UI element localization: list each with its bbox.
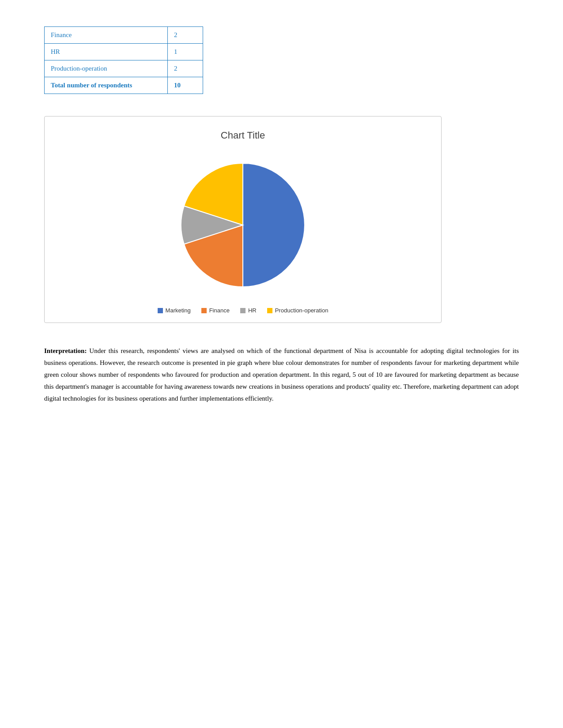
interpretation-text: Interpretation: Under this research, res… <box>44 345 519 405</box>
legend-color-box <box>240 308 246 313</box>
table-cell-label: Total number of respondents <box>45 77 168 94</box>
table-cell-label: Production-operation <box>45 60 168 77</box>
legend-item: Finance <box>201 307 230 314</box>
table-cell-value: 2 <box>168 60 203 77</box>
legend-item: HR <box>240 307 257 314</box>
table-cell-label: Finance <box>45 27 168 44</box>
legend-color-box <box>158 308 163 313</box>
legend-item: Marketing <box>158 307 191 314</box>
table-cell-value: 2 <box>168 27 203 44</box>
chart-legend: MarketingFinanceHRProduction-operation <box>158 307 329 314</box>
legend-label: Production-operation <box>275 307 329 314</box>
chart-container: Chart Title MarketingFinanceHRProduction… <box>44 116 442 323</box>
legend-label: HR <box>248 307 257 314</box>
interpretation-bold: Interpretation: <box>44 347 87 354</box>
table-cell-value: 1 <box>168 44 203 60</box>
department-table: Finance2HR1Production-operation2Total nu… <box>44 26 203 94</box>
legend-label: Marketing <box>166 307 191 314</box>
legend-color-box <box>201 308 207 313</box>
legend-item: Production-operation <box>267 307 329 314</box>
legend-label: Finance <box>209 307 230 314</box>
chart-area: MarketingFinanceHRProduction-operation <box>62 150 423 314</box>
table-cell-value: 10 <box>168 77 203 94</box>
pie-chart <box>150 150 336 300</box>
table-cell-label: HR <box>45 44 168 60</box>
pie-segment-marketing <box>243 163 305 287</box>
chart-title: Chart Title <box>62 130 423 141</box>
interpretation-body: Under this research, respondents' views … <box>44 347 519 402</box>
legend-color-box <box>267 308 272 313</box>
